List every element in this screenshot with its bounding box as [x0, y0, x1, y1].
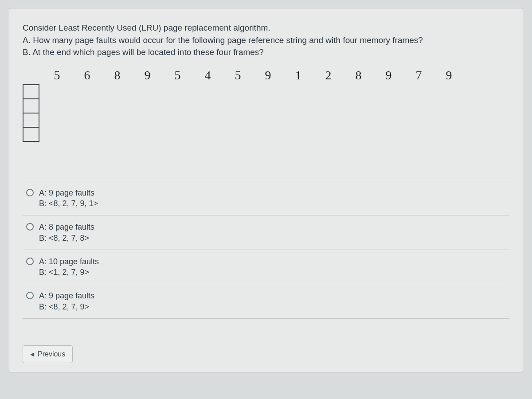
frame-cell	[23, 84, 39, 99]
ref-num: 5	[53, 68, 62, 82]
option-text: A: 10 page faults B: <1, 2, 7, 9>	[39, 256, 99, 278]
radio-icon[interactable]	[26, 292, 34, 299]
frame-cell	[23, 113, 39, 128]
stem-line-2: A. How many page faults would occur for …	[23, 34, 509, 47]
ref-num: 8	[113, 68, 122, 82]
option-line-a: A: 8 page faults	[39, 222, 94, 232]
option-line-b: B: <1, 2, 7, 9>	[39, 267, 99, 278]
option-4[interactable]: A: 9 page faults B: <8, 2, 7, 9>	[23, 284, 509, 319]
memory-frames	[23, 84, 39, 141]
ref-num: 9	[384, 68, 393, 82]
stem-line-1: Consider Least Recently Used (LRU) page …	[23, 22, 509, 34]
question-stem: Consider Least Recently Used (LRU) page …	[23, 22, 509, 59]
caret-left-icon: ◀	[30, 351, 34, 357]
ref-num: 5	[173, 68, 182, 82]
ref-num: 1	[294, 68, 303, 82]
ref-num: 9	[264, 68, 273, 82]
previous-button[interactable]: ◀ Previous	[23, 345, 73, 363]
answer-options: A: 9 page faults B: <8, 2, 7, 9, 1> A: 8…	[23, 181, 509, 319]
option-line-a: A: 10 page faults	[39, 256, 99, 267]
ref-num: 7	[415, 68, 423, 82]
frame-cell	[23, 98, 39, 113]
previous-label: Previous	[38, 350, 65, 358]
reference-row: 5 6 8 9 5 4 5 9 1 2 8 9 7 9	[23, 66, 509, 141]
ref-num: 4	[203, 68, 212, 82]
ref-num: 6	[83, 68, 92, 82]
option-text: A: 9 page faults B: <8, 2, 7, 9>	[39, 290, 94, 312]
option-1[interactable]: A: 9 page faults B: <8, 2, 7, 9, 1>	[23, 181, 509, 215]
question-card: Consider Least Recently Used (LRU) page …	[9, 8, 523, 372]
option-text: A: 9 page faults B: <8, 2, 7, 9, 1>	[39, 188, 98, 209]
option-2[interactable]: A: 8 page faults B: <8, 2, 7, 8>	[23, 215, 509, 250]
option-line-b: B: <8, 2, 7, 9>	[39, 301, 94, 312]
radio-icon[interactable]	[26, 258, 34, 265]
option-line-b: B: <8, 2, 7, 8>	[39, 233, 94, 243]
ref-num: 9	[143, 68, 152, 82]
radio-icon[interactable]	[26, 223, 34, 231]
reference-string: 5 6 8 9 5 4 5 9 1 2 8 9 7 9	[50, 66, 454, 82]
ref-num: 2	[324, 68, 333, 82]
option-text: A: 8 page faults B: <8, 2, 7, 8>	[39, 222, 94, 243]
option-line-a: A: 9 page faults	[39, 290, 94, 301]
ref-num: 5	[234, 68, 243, 82]
radio-icon[interactable]	[26, 189, 34, 196]
ref-num: 9	[445, 68, 454, 82]
ref-num: 8	[354, 68, 363, 82]
frame-cell	[23, 127, 39, 142]
option-3[interactable]: A: 10 page faults B: <1, 2, 7, 9>	[23, 250, 509, 284]
stem-line-3: B. At the end which pages will be locate…	[23, 46, 509, 59]
option-line-b: B: <8, 2, 7, 9, 1>	[39, 198, 98, 209]
option-line-a: A: 9 page faults	[39, 188, 98, 198]
